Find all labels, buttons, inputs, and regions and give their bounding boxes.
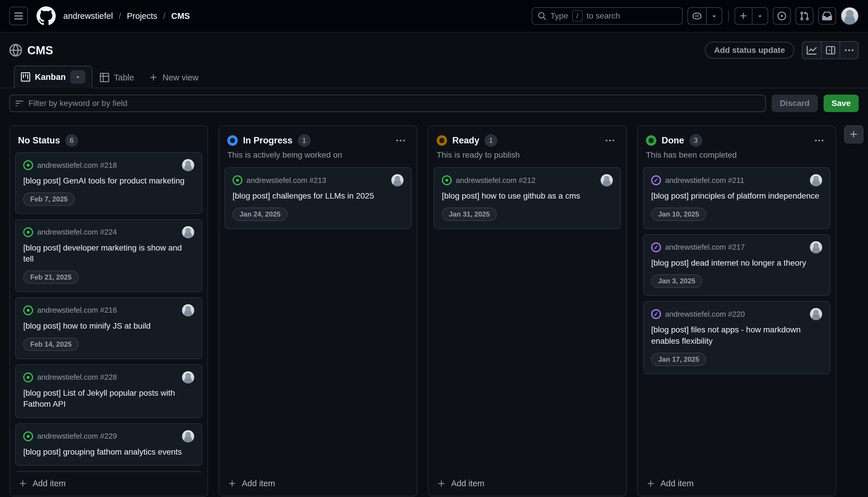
issue-title[interactable]: [blog post] how to minify JS at build — [23, 321, 194, 332]
breadcrumb-current[interactable]: CMS — [171, 11, 190, 21]
tab-kanban-label: Kanban — [35, 72, 66, 82]
issue-title[interactable]: [blog post] GenAI tools for product mark… — [23, 175, 194, 187]
add-item-button[interactable]: Add item — [219, 472, 417, 496]
issue-card[interactable]: andrewstiefel.com #229 [blog post] group… — [15, 423, 202, 466]
due-date-badge: Jan 3, 2025 — [651, 274, 702, 288]
assignee-avatar[interactable] — [601, 174, 613, 186]
issue-title[interactable]: [blog post] List of Jekyll popular posts… — [23, 387, 194, 410]
add-column-button[interactable] — [844, 125, 863, 143]
assignee-avatar[interactable] — [182, 226, 194, 238]
card-meta-row: andrewstiefel.com #228 — [23, 371, 194, 383]
column-menu-button[interactable] — [393, 134, 409, 147]
add-item-button[interactable]: Add item — [10, 472, 208, 496]
assignee-avatar[interactable] — [182, 371, 194, 383]
copilot-icon — [692, 11, 702, 21]
assignee-avatar[interactable] — [182, 430, 194, 442]
filter-input[interactable] — [28, 99, 760, 108]
inbox-button[interactable] — [818, 7, 836, 25]
issue-state-icon — [23, 372, 33, 382]
view-options-button[interactable] — [70, 70, 85, 84]
discard-button[interactable]: Discard — [772, 95, 818, 112]
chevron-down-icon — [756, 13, 764, 19]
breadcrumb-user[interactable]: andrewstiefel — [63, 11, 113, 21]
assignee-avatar[interactable] — [182, 304, 194, 316]
assignee-avatar[interactable] — [810, 308, 822, 320]
board-column: In Progress 1 This is actively being wor… — [218, 125, 417, 496]
issue-card[interactable]: andrewstiefel.com #218 [blog post] GenAI… — [15, 152, 202, 214]
due-date-badge: Feb 21, 2025 — [23, 271, 79, 284]
column-description: This is ready to publish — [428, 150, 626, 165]
due-date-badge: Feb 14, 2025 — [23, 338, 79, 351]
issue-title[interactable]: [blog post] challenges for LLMs in 2025 — [232, 190, 403, 202]
issue-card[interactable]: andrewstiefel.com #213 [blog post] chall… — [224, 167, 412, 229]
issue-title[interactable]: [blog post] how to use github as a cms — [442, 190, 613, 202]
create-new-split-button — [735, 7, 768, 25]
user-avatar[interactable] — [841, 7, 859, 25]
copilot-button[interactable] — [688, 8, 706, 24]
hamburger-icon — [14, 11, 24, 21]
kebab-horizontal-icon — [844, 45, 854, 55]
issue-card[interactable]: andrewstiefel.com #211 [blog post] princ… — [643, 167, 830, 229]
issue-card[interactable]: andrewstiefel.com #228 [blog post] List … — [15, 364, 202, 418]
hamburger-menu-button[interactable] — [9, 7, 28, 25]
issue-title[interactable]: [blog post] principles of platform indep… — [651, 190, 822, 202]
card-meta-row: andrewstiefel.com #229 — [23, 430, 194, 442]
table-icon — [100, 73, 109, 82]
add-item-button[interactable]: Add item — [638, 472, 836, 496]
slash-key-hint: / — [572, 10, 583, 22]
plus-icon — [228, 479, 237, 488]
github-logo-icon[interactable] — [37, 6, 56, 26]
global-search-input[interactable]: Type / to search — [532, 7, 683, 25]
column-header: No Status 6 — [10, 126, 208, 150]
plus-icon — [18, 479, 27, 488]
issues-button[interactable] — [773, 7, 791, 25]
search-placeholder-suffix: to search — [587, 11, 620, 20]
issue-state-icon — [23, 306, 33, 315]
breadcrumb-projects[interactable]: Projects — [127, 11, 157, 21]
add-status-update-button[interactable]: Add status update — [705, 42, 794, 59]
chevron-down-icon — [711, 13, 717, 19]
side-panel-button[interactable] — [821, 42, 840, 59]
pull-requests-button[interactable] — [795, 7, 813, 25]
issue-title[interactable]: [blog post] developer marketing is show … — [23, 242, 194, 265]
search-placeholder-prefix: Type — [551, 11, 568, 20]
tab-new-view[interactable]: New view — [142, 67, 206, 88]
issue-title[interactable]: [blog post] grouping fathom analytics ev… — [23, 446, 194, 458]
column-count-badge: 3 — [689, 134, 702, 147]
issue-title[interactable]: [blog post] files not apps - how markdow… — [651, 324, 822, 346]
column-title: Ready — [452, 135, 479, 146]
kebab-horizontal-icon — [605, 136, 615, 145]
column-menu-button[interactable] — [602, 134, 618, 147]
kebab-horizontal-icon — [814, 136, 824, 145]
issue-repo-number: andrewstiefel.com #211 — [665, 176, 744, 185]
create-new-button[interactable] — [735, 8, 752, 24]
add-item-label: Add item — [32, 479, 66, 488]
project-menu-button[interactable] — [840, 42, 858, 59]
issue-title[interactable]: [blog post] dead internet no longer a th… — [651, 257, 822, 269]
assignee-avatar[interactable] — [391, 174, 403, 186]
insights-button[interactable] — [802, 42, 821, 59]
save-button[interactable]: Save — [824, 95, 859, 112]
issue-card[interactable]: andrewstiefel.com #217 [blog post] dead … — [643, 234, 830, 296]
assignee-avatar[interactable] — [182, 159, 194, 171]
column-header: Done 3 — [638, 126, 836, 150]
issue-card[interactable]: andrewstiefel.com #220 [blog post] files… — [643, 301, 830, 374]
issue-card[interactable]: andrewstiefel.com #224 [blog post] devel… — [15, 219, 202, 292]
column-count-badge: 1 — [484, 134, 497, 147]
assignee-avatar[interactable] — [810, 174, 822, 186]
add-item-button[interactable]: Add item — [428, 472, 626, 496]
assignee-avatar[interactable] — [810, 241, 822, 253]
copilot-dropdown-button[interactable] — [706, 8, 722, 24]
issue-card[interactable]: andrewstiefel.com #216 [blog post] how t… — [15, 297, 202, 359]
due-date-badge: Jan 24, 2025 — [232, 208, 287, 221]
card-meta-row: andrewstiefel.com #212 — [442, 174, 613, 186]
issue-repo-number: andrewstiefel.com #228 — [37, 373, 117, 382]
view-tabs: Kanban Table New view — [0, 66, 868, 88]
tab-kanban[interactable]: Kanban — [14, 66, 92, 88]
tab-table[interactable]: Table — [92, 67, 141, 88]
issue-card[interactable]: andrewstiefel.com #212 [blog post] how t… — [434, 167, 621, 229]
column-menu-button[interactable] — [811, 134, 827, 147]
column-status-dot — [646, 135, 656, 146]
card-meta-row: andrewstiefel.com #224 — [23, 226, 194, 238]
create-new-dropdown-button[interactable] — [752, 8, 768, 24]
